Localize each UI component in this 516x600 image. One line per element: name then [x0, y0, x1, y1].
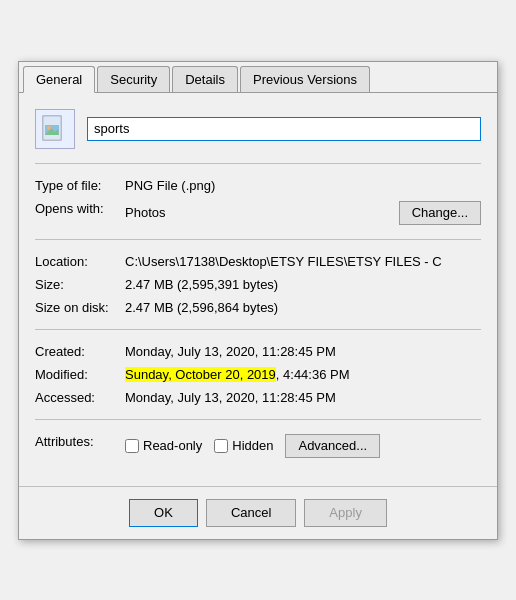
- tab-security[interactable]: Security: [97, 66, 170, 92]
- modified-highlight: Sunday, October 20, 2019: [125, 367, 276, 382]
- tab-previous-versions[interactable]: Previous Versions: [240, 66, 370, 92]
- created-row: Created: Monday, July 13, 2020, 11:28:45…: [35, 340, 481, 363]
- modified-row: Modified: Sunday, October 20, 2019, 4:44…: [35, 363, 481, 386]
- type-value: PNG File (.png): [125, 174, 481, 197]
- accessed-label: Accessed:: [35, 386, 125, 409]
- opens-row: Opens with: Photos Change...: [35, 197, 481, 229]
- hidden-checkbox[interactable]: [214, 439, 228, 453]
- modified-value: Sunday, October 20, 2019, 4:44:36 PM: [125, 363, 481, 386]
- attributes-value: Read-only Hidden Advanced...: [125, 430, 481, 462]
- modified-label: Modified:: [35, 363, 125, 386]
- tab-content-general: Type of file: PNG File (.png) Opens with…: [19, 93, 497, 478]
- apply-button[interactable]: Apply: [304, 499, 387, 527]
- divider-2: [35, 239, 481, 240]
- dates-grid: Created: Monday, July 13, 2020, 11:28:45…: [35, 340, 481, 409]
- divider-4: [35, 419, 481, 420]
- type-label: Type of file:: [35, 174, 125, 197]
- tab-details[interactable]: Details: [172, 66, 238, 92]
- properties-dialog: General Security Details Previous Versio…: [18, 61, 498, 540]
- location-grid: Location: C:\Users\17138\Desktop\ETSY FI…: [35, 250, 481, 319]
- size-label: Size:: [35, 273, 125, 296]
- opens-value: Photos: [125, 205, 165, 220]
- location-value: C:\Users\17138\Desktop\ETSY FILES\ETSY F…: [125, 250, 481, 273]
- opens-value-cell: Photos Change...: [125, 197, 481, 229]
- opens-label: Opens with:: [35, 197, 125, 229]
- readonly-checkbox[interactable]: [125, 439, 139, 453]
- readonly-item: Read-only: [125, 438, 202, 453]
- dialog-footer: OK Cancel Apply: [19, 486, 497, 539]
- size-disk-row: Size on disk: 2.47 MB (2,596,864 bytes): [35, 296, 481, 319]
- properties-grid: Type of file: PNG File (.png) Opens with…: [35, 174, 481, 229]
- tab-general[interactable]: General: [23, 66, 95, 93]
- attributes-controls: Read-only Hidden Advanced...: [125, 434, 481, 458]
- change-button[interactable]: Change...: [399, 201, 481, 225]
- file-header: [35, 109, 481, 149]
- modified-rest: , 4:44:36 PM: [276, 367, 350, 382]
- size-disk-label: Size on disk:: [35, 296, 125, 319]
- attributes-row: Attributes: Read-only Hidden Advanced...: [35, 430, 481, 462]
- divider-1: [35, 163, 481, 164]
- size-disk-value: 2.47 MB (2,596,864 bytes): [125, 296, 481, 319]
- svg-point-4: [47, 126, 51, 130]
- hidden-label: Hidden: [232, 438, 273, 453]
- location-label: Location:: [35, 250, 125, 273]
- attributes-label: Attributes:: [35, 430, 125, 462]
- file-icon: [35, 109, 75, 149]
- filename-input[interactable]: [87, 117, 481, 141]
- size-row: Size: 2.47 MB (2,595,391 bytes): [35, 273, 481, 296]
- hidden-item: Hidden: [214, 438, 273, 453]
- advanced-button[interactable]: Advanced...: [285, 434, 380, 458]
- location-row: Location: C:\Users\17138\Desktop\ETSY FI…: [35, 250, 481, 273]
- ok-button[interactable]: OK: [129, 499, 198, 527]
- type-row: Type of file: PNG File (.png): [35, 174, 481, 197]
- readonly-label: Read-only: [143, 438, 202, 453]
- tab-bar: General Security Details Previous Versio…: [19, 62, 497, 93]
- attributes-grid: Attributes: Read-only Hidden Advanced...: [35, 430, 481, 462]
- created-label: Created:: [35, 340, 125, 363]
- size-value: 2.47 MB (2,595,391 bytes): [125, 273, 481, 296]
- cancel-button[interactable]: Cancel: [206, 499, 296, 527]
- divider-3: [35, 329, 481, 330]
- accessed-row: Accessed: Monday, July 13, 2020, 11:28:4…: [35, 386, 481, 409]
- created-value: Monday, July 13, 2020, 11:28:45 PM: [125, 340, 481, 363]
- accessed-value: Monday, July 13, 2020, 11:28:45 PM: [125, 386, 481, 409]
